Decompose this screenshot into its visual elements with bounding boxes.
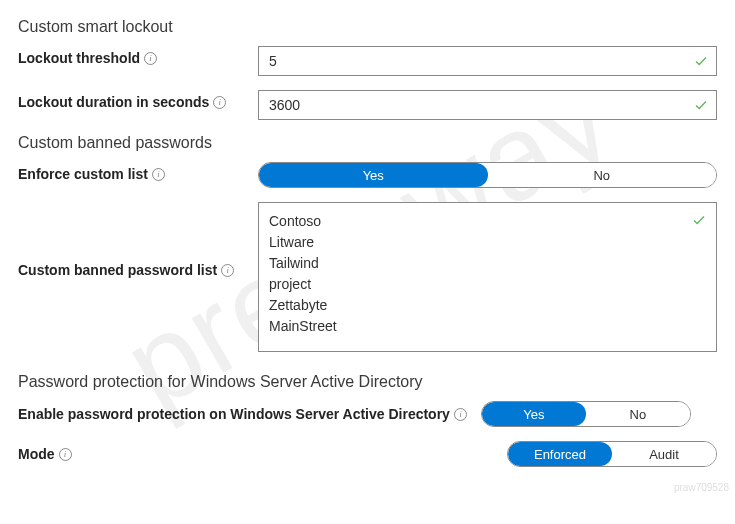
label-enforce-list-text: Enforce custom list: [18, 166, 148, 182]
enforce-list-no[interactable]: No: [488, 163, 717, 187]
info-icon[interactable]: i: [454, 408, 467, 421]
label-enable-protection: Enable password protection on Windows Se…: [18, 406, 467, 422]
label-lockout-duration: Lockout duration in seconds i: [18, 90, 258, 110]
label-banned-list-text: Custom banned password list: [18, 262, 217, 278]
enable-protection-no[interactable]: No: [586, 402, 690, 426]
info-icon[interactable]: i: [213, 96, 226, 109]
info-icon[interactable]: i: [144, 52, 157, 65]
label-mode: Mode i: [18, 446, 72, 462]
label-lockout-threshold-text: Lockout threshold: [18, 50, 140, 66]
checkmark-icon: [691, 212, 707, 231]
mode-audit[interactable]: Audit: [612, 442, 716, 466]
mode-toggle[interactable]: Enforced Audit: [507, 441, 717, 467]
footer-id: praw709528: [674, 482, 729, 493]
label-lockout-threshold: Lockout threshold i: [18, 46, 258, 66]
info-icon[interactable]: i: [59, 448, 72, 461]
lockout-duration-input[interactable]: [258, 90, 717, 120]
enforce-list-yes[interactable]: Yes: [259, 163, 488, 187]
mode-enforced[interactable]: Enforced: [508, 442, 612, 466]
info-icon[interactable]: i: [221, 264, 234, 277]
section-title-protection: Password protection for Windows Server A…: [18, 373, 717, 391]
label-mode-text: Mode: [18, 446, 55, 462]
label-lockout-duration-text: Lockout duration in seconds: [18, 94, 209, 110]
enable-protection-yes[interactable]: Yes: [482, 402, 586, 426]
banned-list-textarea[interactable]: [258, 202, 717, 352]
enforce-list-toggle[interactable]: Yes No: [258, 162, 717, 188]
section-title-smart-lockout: Custom smart lockout: [18, 18, 717, 36]
label-banned-list: Custom banned password list i: [18, 202, 258, 278]
lockout-threshold-input[interactable]: [258, 46, 717, 76]
section-title-banned: Custom banned passwords: [18, 134, 717, 152]
label-enable-protection-text: Enable password protection on Windows Se…: [18, 406, 450, 422]
info-icon[interactable]: i: [152, 168, 165, 181]
enable-protection-toggle[interactable]: Yes No: [481, 401, 691, 427]
label-enforce-list: Enforce custom list i: [18, 162, 258, 182]
